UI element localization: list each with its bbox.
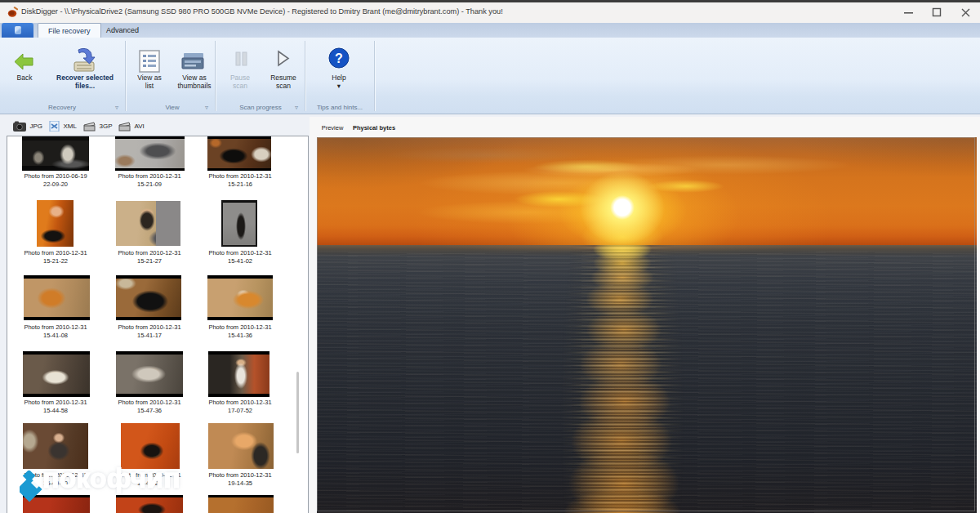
svg-text:?: ?	[335, 51, 343, 65]
